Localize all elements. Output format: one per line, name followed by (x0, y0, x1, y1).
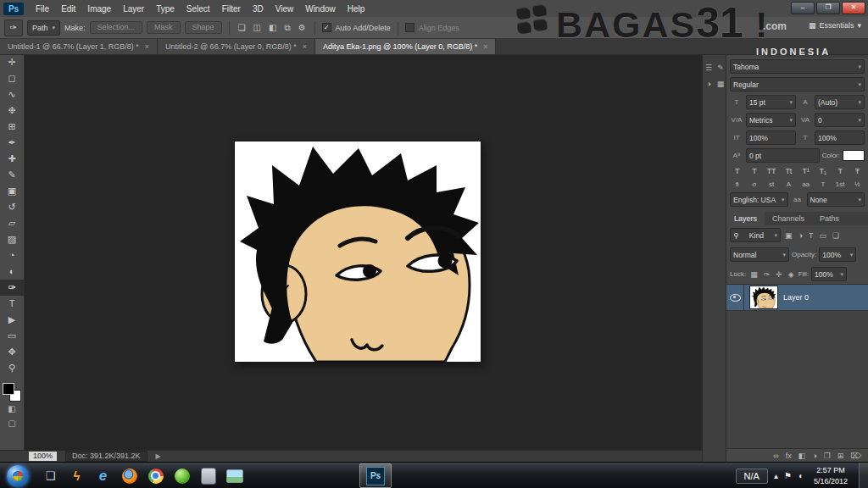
winamp-icon[interactable]: ϟ (64, 464, 90, 488)
app-icon[interactable]: ❑ (37, 464, 64, 488)
document-tab-aditya-eka[interactable]: Aditya Eka-1.png @ 100% (Layer 0, RGB/8)… (315, 39, 497, 54)
layer-name[interactable]: Layer 0 (783, 293, 809, 302)
fill-dropdown[interactable]: 100% ▾ (811, 267, 847, 281)
dock-history-panel-icon[interactable]: ◑ (706, 80, 710, 88)
tracking-dropdown[interactable]: 0 ▾ (815, 113, 865, 127)
status-options-arrow-icon[interactable]: ▶ (156, 452, 161, 460)
opacity-dropdown[interactable]: 100% ▾ (819, 247, 856, 262)
internet-explorer-icon[interactable]: e (90, 464, 116, 488)
menu-file[interactable]: File (30, 4, 55, 14)
eyedropper-tool[interactable]: ✒ (0, 135, 24, 151)
tray-na-indicator[interactable]: N/A (736, 469, 768, 484)
leading-dropdown[interactable]: (Auto) ▾ (815, 95, 865, 109)
swash-button[interactable]: A (782, 180, 796, 189)
adjustment-layer-icon[interactable]: ◑ (812, 452, 816, 460)
underline-button[interactable]: T (833, 166, 848, 176)
zoom-tool[interactable]: ⚲ (0, 360, 24, 376)
tool-mode-dropdown[interactable]: Path ▾ (27, 20, 60, 36)
close-icon[interactable]: × (483, 42, 487, 51)
menu-type[interactable]: Type (150, 4, 181, 14)
shape-tool[interactable]: ▭ (0, 328, 24, 344)
tab-layers[interactable]: Layers (726, 212, 765, 225)
menu-select[interactable]: Select (181, 4, 216, 14)
tab-paths[interactable]: Paths (812, 212, 847, 225)
align-edges-checkbox[interactable] (405, 23, 415, 32)
pen-tool-indicator-icon[interactable]: ✑ (4, 19, 23, 36)
lasso-tool[interactable]: ∿ (0, 86, 24, 103)
document-tab-untitled-2[interactable]: Untitled-2 @ 66.7% (Layer 0, RGB/8) * × (158, 39, 315, 54)
lock-position-icon[interactable]: ✛ (774, 270, 784, 279)
quick-mask-icon[interactable]: ◧ (0, 402, 24, 416)
tab-channels[interactable]: Channels (765, 212, 812, 225)
baseline-shift-field[interactable]: 0 pt (746, 148, 820, 163)
clone-stamp-tool[interactable]: ▣ (0, 183, 24, 199)
path-alignment-icon[interactable]: ◫ (252, 23, 263, 32)
lock-image-pixels-icon[interactable]: ✑ (762, 270, 772, 279)
document-canvas[interactable] (235, 141, 481, 362)
vertical-scale-field[interactable]: 100% (746, 130, 796, 145)
anti-alias-dropdown[interactable]: None ▾ (807, 192, 865, 207)
firefox-icon[interactable] (116, 464, 142, 488)
calculator-icon[interactable] (195, 464, 221, 488)
menu-3d[interactable]: 3D (247, 4, 270, 14)
all-caps-button[interactable]: TT (765, 166, 779, 176)
discretionary-ligatures-button[interactable]: st (765, 180, 779, 189)
layer-thumbnail[interactable] (750, 286, 777, 308)
layer-row-layer-0[interactable]: Layer 0 (726, 285, 868, 311)
eye-icon[interactable] (730, 294, 741, 302)
kerning-dropdown[interactable]: Metrics ▾ (746, 113, 796, 127)
taskbar-clock[interactable]: 2:57 PM 5/16/2012 (809, 465, 853, 485)
filter-shape-layers-icon[interactable]: ▭ (817, 231, 828, 240)
faux-bold-button[interactable]: T (730, 166, 744, 176)
photo-viewer-icon[interactable] (221, 464, 248, 488)
make-selection-button[interactable]: Selection... (90, 21, 143, 34)
close-icon[interactable]: × (303, 42, 307, 51)
workspace-switcher[interactable]: ▦ Essentials ▾ (809, 21, 861, 30)
ordinals-button[interactable]: 1st (833, 180, 848, 189)
gear-icon[interactable]: ⚙ (297, 23, 308, 32)
faux-italic-button[interactable]: T (747, 166, 761, 176)
chrome-icon[interactable] (142, 464, 169, 488)
hand-tool[interactable]: ✥ (0, 344, 24, 360)
path-arrangement-icon[interactable]: ◧ (267, 23, 278, 32)
superscript-button[interactable]: T¹ (798, 166, 813, 176)
maximize-button[interactable]: ❐ (816, 2, 840, 14)
show-hidden-icons-icon[interactable]: ▴ (774, 471, 778, 480)
type-tool[interactable]: T (0, 296, 24, 312)
fractions-button[interactable]: ½ (850, 180, 865, 189)
start-button[interactable] (7, 465, 29, 487)
filter-pixel-layers-icon[interactable]: ▣ (783, 231, 794, 240)
menu-image[interactable]: Image (81, 4, 117, 14)
delete-layer-icon[interactable]: ⌦ (850, 452, 861, 460)
close-button[interactable]: ✕ (842, 2, 865, 14)
brush-tool[interactable]: ✎ (0, 167, 24, 183)
text-color-swatch[interactable] (843, 150, 865, 161)
strikethrough-button[interactable]: Ŧ (850, 166, 865, 176)
show-desktop-button[interactable] (859, 463, 868, 488)
font-family-dropdown[interactable]: Tahoma ▾ (730, 59, 865, 74)
new-group-icon[interactable]: ❐ (824, 452, 831, 460)
contextual-alternates-button[interactable]: σ (747, 180, 761, 189)
layer-mask-icon[interactable]: ◧ (798, 452, 806, 460)
filter-type-layers-icon[interactable]: T (807, 231, 815, 240)
stylistic-alternates-button[interactable]: aa (798, 180, 813, 189)
make-shape-button[interactable]: Shape (185, 21, 222, 34)
menu-view[interactable]: View (270, 4, 300, 14)
layer-effects-icon[interactable]: fx (786, 452, 792, 460)
minimize-button[interactable]: – (791, 2, 815, 14)
lock-transparent-pixels-icon[interactable]: ▦ (748, 270, 760, 279)
quick-selection-tool[interactable]: ❉ (0, 103, 24, 119)
visibility-cell[interactable] (726, 285, 744, 310)
auto-add-delete-checkbox[interactable]: ✓ (322, 23, 331, 32)
crop-tool[interactable]: ⊞ (0, 119, 24, 135)
blend-mode-dropdown[interactable]: Normal ▾ (730, 247, 789, 262)
close-icon[interactable]: × (145, 42, 149, 51)
path-options-icon[interactable]: ⧉ (283, 23, 292, 33)
screen-mode-icon[interactable]: ▢ (0, 416, 24, 430)
filter-smart-objects-icon[interactable]: ❏ (831, 231, 841, 240)
menu-help[interactable]: Help (342, 4, 371, 14)
action-center-flag-icon[interactable]: ⚑ (784, 471, 792, 480)
history-brush-tool[interactable]: ↺ (0, 199, 24, 215)
path-operations-icon[interactable]: ❏ (236, 23, 248, 32)
zoom-level-field[interactable]: 100% (29, 452, 57, 461)
